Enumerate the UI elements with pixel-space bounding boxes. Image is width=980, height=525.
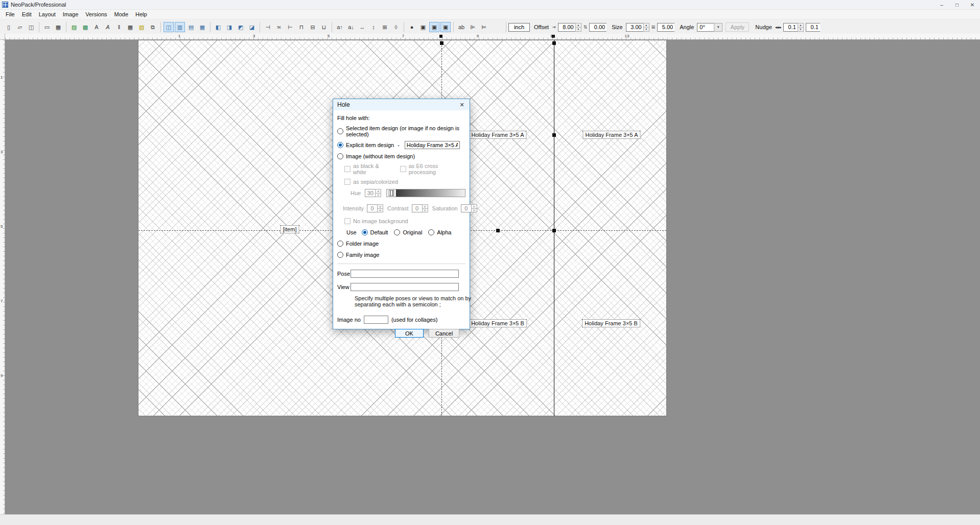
nudge-x-input[interactable]	[783, 23, 798, 32]
image-no-input[interactable]	[364, 316, 388, 324]
menu-versions[interactable]: Versions	[82, 10, 110, 19]
guide-handle[interactable]	[552, 41, 556, 45]
angle-combo[interactable]: 0° ▾	[697, 23, 722, 32]
canvas[interactable]: Holiday Frame 3×5 AHoliday Frame 3×5 AHo…	[5, 40, 980, 515]
use-default-radio[interactable]	[362, 229, 368, 235]
offset-y-input[interactable]	[589, 23, 606, 32]
text-tool-icon[interactable]: A	[91, 22, 102, 32]
family-image-option[interactable]: Family image	[337, 251, 465, 258]
nudge-arrows-icon[interactable]: ◂◂▸▸	[775, 25, 781, 30]
new-document-icon[interactable]: ▯	[4, 22, 14, 32]
spin-up-icon[interactable]: ▲	[576, 23, 581, 28]
family-image-radio[interactable]	[337, 252, 343, 258]
guide-handle[interactable]	[496, 229, 500, 232]
selected-item-design-option[interactable]: Selected item design (or image if no des…	[337, 125, 465, 137]
italic-text-tool-icon[interactable]: A	[103, 22, 113, 32]
align-center-tool-icon[interactable]: ≍	[274, 22, 284, 32]
menu-mode[interactable]: Mode	[111, 10, 132, 19]
align-left-tool-icon[interactable]: ⊣	[263, 22, 273, 32]
nudge-y-input[interactable]	[806, 23, 820, 32]
close-button[interactable]: ✕	[965, 0, 980, 9]
size-height-input[interactable]	[657, 23, 674, 32]
cancel-button[interactable]: Cancel	[429, 329, 459, 338]
canvas-item-label[interactable]: Holiday Frame 3×5 B	[582, 319, 640, 327]
vertical-guide[interactable]	[554, 40, 554, 416]
guide-handle[interactable]	[440, 41, 444, 45]
box-tool-icon[interactable]: ▣	[418, 22, 428, 32]
align-right-tool-icon[interactable]: ⊢	[285, 22, 295, 32]
nudge-spinner[interactable]: ▲ ▼	[798, 23, 804, 32]
image-tool-icon[interactable]: ▨	[69, 22, 79, 32]
menu-layout[interactable]: Layout	[35, 10, 59, 19]
measure-height-tool-icon[interactable]: ↕	[368, 22, 379, 32]
spin-down-icon[interactable]: ▼	[644, 28, 649, 31]
measure-width-tool-icon[interactable]: ↔	[357, 22, 367, 32]
minimize-button[interactable]: –	[934, 0, 949, 9]
explicit-item-design-radio[interactable]	[337, 142, 343, 148]
matrix-code-tool-icon[interactable]: ▦	[125, 22, 135, 32]
image-color-tool-icon[interactable]: ▩	[80, 22, 90, 32]
offset-x-input[interactable]	[558, 23, 575, 32]
frame-tool-icon[interactable]: ▭	[42, 22, 52, 32]
highlight-tool-icon[interactable]: ▧	[136, 22, 147, 32]
spin-up-icon[interactable]: ▲	[798, 23, 803, 28]
selected-item-design-radio[interactable]	[337, 128, 343, 134]
menu-edit[interactable]: Edit	[18, 10, 35, 19]
save-icon[interactable]: ◫	[26, 22, 36, 32]
insert-column-left-tool-icon[interactable]: ◧	[213, 22, 223, 32]
angle-dropdown-icon[interactable]: ▾	[714, 23, 722, 32]
layout-cells-tool-icon[interactable]: ▦	[197, 22, 207, 32]
text-down-tool-icon[interactable]: a↓	[346, 22, 356, 32]
box-outline-tool-icon[interactable]: ▣	[429, 22, 439, 32]
dialog-title-bar[interactable]: Hole ✕	[333, 99, 470, 110]
ok-button[interactable]: OK	[395, 329, 424, 338]
horizontal-ruler[interactable]: 135791113	[5, 34, 980, 40]
menu-file[interactable]: File	[2, 10, 18, 19]
canvas-item-label[interactable]: Holiday Frame 3×5 A	[469, 131, 526, 139]
explicit-design-input[interactable]	[405, 141, 460, 149]
insert-column-right-tool-icon[interactable]: ◨	[224, 22, 235, 32]
diamond-tool-icon[interactable]: ◊	[391, 22, 401, 32]
insert-row-above-tool-icon[interactable]: ◩	[236, 22, 246, 32]
layout-table-tool-icon[interactable]: ◫	[164, 22, 174, 32]
guide-handle[interactable]	[439, 35, 442, 38]
dialog-close-button[interactable]: ✕	[454, 99, 470, 110]
spin-down-icon[interactable]: ▼	[576, 28, 581, 31]
box-fill-tool-icon[interactable]: ▣	[440, 22, 451, 32]
use-alpha-radio[interactable]	[428, 229, 434, 235]
insert-row-below-tool-icon[interactable]: ◪	[247, 22, 257, 32]
spin-down-icon[interactable]: ▼	[798, 28, 803, 31]
table-tool-icon[interactable]: ▦	[53, 22, 63, 32]
align-middle-tool-icon[interactable]: ⊟	[308, 22, 318, 32]
barcode-tool-icon[interactable]: ‖	[114, 22, 124, 32]
size-width-input[interactable]	[626, 23, 643, 32]
layout-table-dotted-tool-icon[interactable]: ▥	[175, 22, 185, 32]
guide-handle[interactable]	[552, 229, 556, 232]
view-input[interactable]	[351, 283, 459, 291]
canvas-item-label[interactable]: [item]	[281, 225, 299, 233]
canvas-item-label[interactable]: Holiday Frame 3×5 A	[582, 131, 640, 139]
guide-handle[interactable]	[552, 133, 556, 137]
menu-help[interactable]: Help	[132, 10, 151, 19]
menu-image[interactable]: Image	[59, 10, 82, 19]
use-original-radio[interactable]	[394, 229, 400, 235]
folder-image-radio[interactable]	[337, 241, 343, 247]
spin-up-icon[interactable]: ▲	[644, 23, 649, 28]
unlink-frames-tool-icon[interactable]: ⊨	[479, 22, 489, 32]
layout-rows-tool-icon[interactable]: ▤	[186, 22, 196, 32]
text-up-tool-icon[interactable]: a↑	[335, 22, 345, 32]
folder-image-option[interactable]: Folder image	[337, 240, 465, 247]
pages-tool-icon[interactable]: ⧉	[148, 22, 158, 32]
pose-input[interactable]	[351, 270, 459, 278]
maximize-button[interactable]: □	[949, 0, 965, 9]
canvas-item-label[interactable]: Holiday Frame 3×5 B	[469, 319, 527, 327]
align-bottom-tool-icon[interactable]: ⊔	[319, 22, 329, 32]
unit-button[interactable]: inch	[508, 23, 530, 32]
size-width-spinner[interactable]: ▲ ▼	[643, 23, 649, 32]
kerning-tool-icon[interactable]: ab	[456, 22, 466, 32]
image-radio[interactable]	[337, 153, 343, 159]
offset-x-spinner[interactable]: ▲ ▼	[575, 23, 581, 32]
link-frames-tool-icon[interactable]: ⊫	[468, 22, 478, 32]
explicit-item-design-option[interactable]: Explicit item design -	[337, 141, 465, 149]
vertical-ruler[interactable]: 13579	[0, 40, 5, 515]
